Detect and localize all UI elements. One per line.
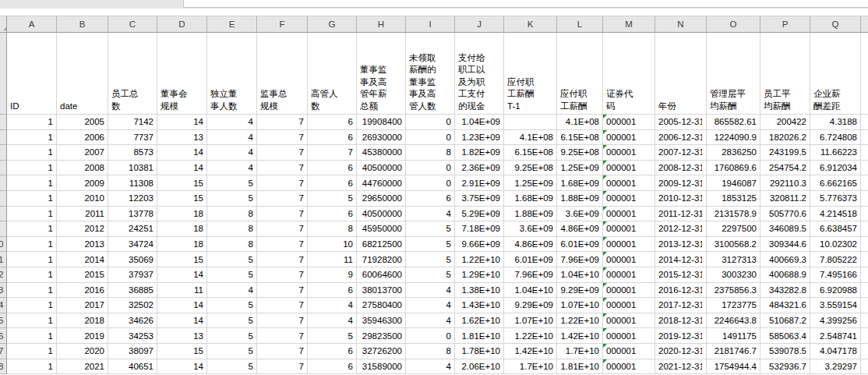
cell-E6[interactable]: 5 (207, 175, 257, 191)
cell-E16[interactable]: 5 (207, 328, 257, 344)
cell-O16[interactable]: 1491175 (707, 328, 760, 344)
cell-F12[interactable]: 7 (257, 267, 308, 283)
cell-E1[interactable]: 独立董 事人数 (207, 33, 257, 115)
cell-O14[interactable]: 1723775 (707, 298, 760, 313)
cell-partial-4[interactable] (861, 145, 868, 161)
column-header-partial[interactable] (861, 16, 868, 32)
cell-A8[interactable]: 1 (7, 207, 57, 222)
cell-F10[interactable]: 7 (257, 237, 308, 253)
cell-partial-17[interactable] (861, 344, 868, 359)
cell-M7[interactable]: 000001 (603, 191, 655, 207)
cell-partial-1[interactable] (861, 33, 868, 115)
cell-C13[interactable]: 36885 (108, 283, 157, 299)
cell-B5[interactable]: 2008 (57, 161, 108, 176)
cell-D1[interactable]: 董事会 规模 (157, 33, 207, 115)
cell-C8[interactable]: 13778 (108, 207, 157, 222)
cell-G6[interactable]: 6 (308, 175, 357, 191)
cell-G2[interactable]: 6 (308, 115, 357, 130)
column-header-A[interactable]: A (7, 16, 57, 32)
cell-D6[interactable]: 15 (157, 175, 207, 191)
cell-H7[interactable]: 29650000 (357, 191, 406, 207)
cell-H8[interactable]: 40500000 (357, 207, 406, 222)
cell-partial-11[interactable] (861, 252, 868, 267)
cell-D8[interactable]: 18 (157, 207, 207, 222)
cell-O2[interactable]: 865582.61 (707, 115, 760, 130)
cell-B17[interactable]: 2020 (57, 344, 108, 359)
cell-B1[interactable]: date (57, 33, 108, 115)
row-header-13[interactable]: 3 (0, 283, 7, 299)
column-header-K[interactable]: K (504, 16, 557, 32)
cell-E17[interactable]: 5 (207, 344, 257, 359)
cell-I9[interactable]: 5 (406, 221, 455, 237)
row-header-8[interactable] (0, 207, 7, 222)
row-header-11[interactable]: 1 (0, 252, 7, 267)
cell-G4[interactable]: 7 (308, 145, 357, 161)
cell-Q9[interactable]: 6.638457 (810, 221, 861, 237)
cell-C2[interactable]: 7142 (108, 115, 157, 130)
cell-E3[interactable]: 4 (207, 130, 257, 146)
cell-E14[interactable]: 5 (207, 298, 257, 313)
cell-P14[interactable]: 484321.6 (760, 298, 810, 313)
cell-H18[interactable]: 31589000 (357, 359, 406, 375)
cell-D17[interactable]: 15 (157, 344, 207, 359)
cell-A1[interactable]: ID (7, 33, 57, 115)
row-header-6[interactable] (0, 175, 7, 191)
cell-Q6[interactable]: 6.662165 (810, 175, 861, 191)
cell-H10[interactable]: 68212500 (357, 237, 406, 253)
cell-E11[interactable]: 5 (207, 252, 257, 267)
cell-partial-18[interactable] (861, 359, 868, 375)
row-header-15[interactable]: 5 (0, 313, 7, 329)
cell-D15[interactable]: 14 (157, 313, 207, 329)
cell-J6[interactable]: 2.91E+09 (455, 175, 504, 191)
cell-C5[interactable]: 10381 (108, 161, 157, 176)
cell-Q1[interactable]: 企业薪 酬差距 (810, 33, 861, 115)
cell-Q15[interactable]: 4.399256 (810, 313, 861, 329)
column-header-M[interactable]: M (603, 16, 655, 32)
cell-partial-6[interactable] (861, 175, 868, 191)
cell-D13[interactable]: 11 (157, 283, 207, 299)
cell-H15[interactable]: 35946300 (357, 313, 406, 329)
cell-H5[interactable]: 40500000 (357, 161, 406, 176)
cell-L17[interactable]: 1.7E+10 (557, 344, 603, 359)
cell-M8[interactable]: 000001 (603, 207, 655, 222)
cell-L1[interactable]: 应付职 工薪酬 (557, 33, 603, 115)
cell-G5[interactable]: 6 (308, 161, 357, 176)
cell-J12[interactable]: 1.29E+10 (455, 267, 504, 283)
cell-partial-2[interactable] (861, 115, 868, 130)
cell-M15[interactable]: 000001 (603, 313, 655, 329)
cell-N4[interactable]: 2007-12-31 (655, 145, 707, 161)
cell-I6[interactable]: 0 (406, 175, 455, 191)
cell-A9[interactable]: 1 (7, 221, 57, 237)
row-header-14[interactable]: 4 (0, 298, 7, 313)
cell-C18[interactable]: 40651 (108, 359, 157, 375)
cell-P11[interactable]: 400669.3 (760, 252, 810, 267)
cell-M1[interactable]: 证券代 码 (603, 33, 655, 115)
cell-G13[interactable]: 6 (308, 283, 357, 299)
cell-N6[interactable]: 2009-12-31 (655, 175, 707, 191)
cell-K9[interactable]: 3.6E+09 (504, 221, 557, 237)
cell-I7[interactable]: 6 (406, 191, 455, 207)
cell-K17[interactable]: 1.42E+10 (504, 344, 557, 359)
column-header-N[interactable]: N (655, 16, 707, 32)
cell-I18[interactable]: 4 (406, 359, 455, 375)
cell-Q2[interactable]: 4.3188 (810, 115, 861, 130)
cell-D14[interactable]: 14 (157, 298, 207, 313)
cell-M9[interactable]: 000001 (603, 221, 655, 237)
cell-F16[interactable]: 7 (257, 328, 308, 344)
row-header-18[interactable]: 8 (0, 359, 7, 375)
cell-partial-13[interactable] (861, 283, 868, 299)
cell-P2[interactable]: 200422 (760, 115, 810, 130)
cell-L11[interactable]: 7.96E+09 (557, 252, 603, 267)
cell-G17[interactable]: 6 (308, 344, 357, 359)
cell-J14[interactable]: 1.43E+10 (455, 298, 504, 313)
cell-O9[interactable]: 2297500 (707, 221, 760, 237)
row-header-9[interactable] (0, 221, 7, 237)
cell-L3[interactable]: 6.15E+08 (557, 130, 603, 146)
cell-B6[interactable]: 2009 (57, 175, 108, 191)
cell-G18[interactable]: 6 (308, 359, 357, 375)
cell-J8[interactable]: 5.29E+09 (455, 207, 504, 222)
cell-G1[interactable]: 高管人 数 (308, 33, 357, 115)
cell-H12[interactable]: 60064600 (357, 267, 406, 283)
cell-G8[interactable]: 6 (308, 207, 357, 222)
cell-L13[interactable]: 9.29E+09 (557, 283, 603, 299)
